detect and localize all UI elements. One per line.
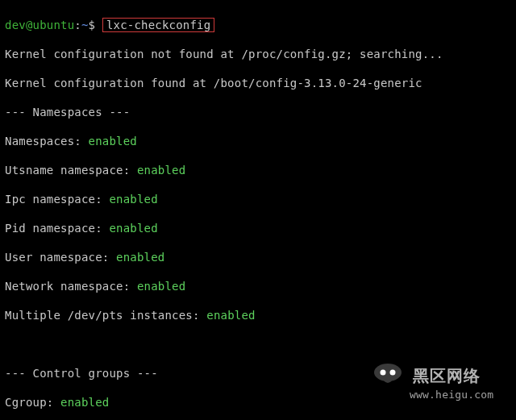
config-label: Ipc namespace: xyxy=(5,193,102,206)
section-header: --- Namespaces --- xyxy=(5,105,511,119)
config-line: User namespace: enabled xyxy=(5,250,511,264)
config-label: Utsname namespace: xyxy=(5,164,130,177)
config-value: enabled xyxy=(60,396,109,409)
prompt-dollar: $ xyxy=(89,19,96,31)
config-value: enabled xyxy=(137,164,185,177)
config-value: enabled xyxy=(109,193,157,206)
config-value: enabled xyxy=(206,309,255,322)
prompt-host: ubuntu xyxy=(33,19,75,31)
config-value: enabled xyxy=(137,280,185,293)
blank-line xyxy=(5,337,511,351)
prompt-at: @ xyxy=(26,19,33,31)
output-line: Kernel configuration not found at /proc/… xyxy=(5,47,511,61)
section-header: --- Control groups --- xyxy=(5,366,511,380)
config-label: Cgroup: xyxy=(5,396,53,409)
config-value: enabled xyxy=(116,251,164,264)
config-line: Ipc namespace: enabled xyxy=(5,192,511,206)
config-label: Namespaces: xyxy=(5,135,81,148)
config-value: enabled xyxy=(89,135,137,148)
config-label: User namespace: xyxy=(5,251,109,264)
config-line: Namespaces: enabled xyxy=(5,134,511,148)
prompt-colon: : xyxy=(74,19,81,31)
terminal-output: dev@ubuntu:~$ lxc-checkconfig Kernel con… xyxy=(0,0,516,420)
config-line: Pid namespace: enabled xyxy=(5,221,511,235)
config-value: enabled xyxy=(109,222,157,235)
config-label: Network namespace: xyxy=(5,280,130,293)
config-label: Multiple /dev/pts instances: xyxy=(5,309,200,322)
config-line: Utsname namespace: enabled xyxy=(5,163,511,177)
output-line: Kernel configuration found at /boot/conf… xyxy=(5,76,511,90)
config-line: Multiple /dev/pts instances: enabled xyxy=(5,308,511,322)
command-text: lxc-checkconfig xyxy=(106,19,210,31)
prompt-user: dev xyxy=(5,19,26,31)
prompt-path: ~ xyxy=(81,19,89,31)
prompt-line[interactable]: dev@ubuntu:~$ lxc-checkconfig xyxy=(5,18,511,32)
command-highlight: lxc-checkconfig xyxy=(102,18,214,32)
config-label: Pid namespace: xyxy=(5,222,102,235)
config-line: Network namespace: enabled xyxy=(5,279,511,293)
config-line: Cgroup: enabled xyxy=(5,395,511,410)
